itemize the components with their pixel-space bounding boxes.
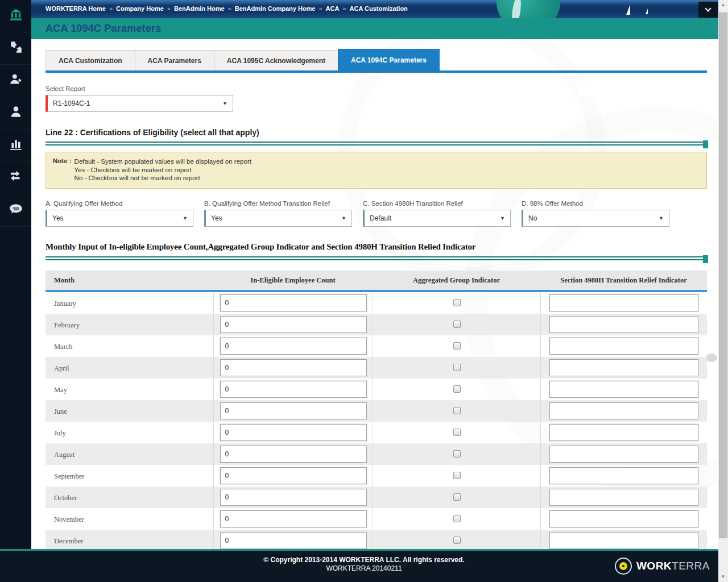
- transition-relief-input-november[interactable]: [549, 510, 698, 527]
- transition-relief-input-february[interactable]: [549, 316, 698, 333]
- cert-dropdown-d-98-offer-method[interactable]: No▼: [522, 210, 669, 227]
- table-row-august: August: [46, 443, 707, 465]
- ineligible-count-input-december[interactable]: [220, 532, 367, 549]
- note-line: Yes - Checkbox will be marked on report: [75, 166, 251, 174]
- title-band: ACA 1094C Parameters: [31, 18, 718, 39]
- aggregated-group-checkbox-january[interactable]: [453, 299, 461, 306]
- sidebar-item-transfer[interactable]: [0, 162, 31, 194]
- tab-aca-1094c-parameters[interactable]: ACA 1094C Parameters: [338, 49, 440, 70]
- aggregated-group-checkbox-august[interactable]: [453, 450, 461, 458]
- transition-relief-input-march[interactable]: [549, 338, 698, 355]
- table-row-october: October: [46, 487, 707, 508]
- table-row-july: July: [46, 422, 707, 443]
- ineligible-count-input-february[interactable]: [220, 316, 367, 333]
- aggregated-group-checkbox-may[interactable]: [453, 385, 461, 393]
- ineligible-count-input-september[interactable]: [220, 467, 367, 484]
- month-label: January: [54, 300, 76, 307]
- ineligible-count-input-march[interactable]: [220, 338, 367, 355]
- workterra-logo-icon: [615, 558, 632, 575]
- monthly-heading: Monthly Input of In-eligible Employee Co…: [46, 242, 707, 252]
- scroll-down-button[interactable]: ▼: [718, 572, 728, 581]
- ineligible-count-input-november[interactable]: [220, 510, 367, 527]
- note-box: Note : Default - System populated values…: [46, 152, 707, 189]
- splitter-handle[interactable]: [703, 255, 708, 263]
- column-header-count: In-Eligible Employee Count: [213, 276, 373, 285]
- sidebar-item-employee[interactable]: [0, 97, 31, 130]
- tab-aca-customization[interactable]: ACA Customization: [46, 50, 135, 70]
- ineligible-count-input-april[interactable]: [220, 359, 367, 376]
- scroll-up-button[interactable]: ▲: [718, 1, 728, 10]
- aggregated-group-checkbox-september[interactable]: [453, 472, 461, 479]
- cert-field-a-qualifying-offer-method: A. Qualifying Offer MethodYes▼: [46, 200, 193, 227]
- aggregated-group-checkbox-november[interactable]: [453, 515, 461, 522]
- breadcrumb-item-aca-customization[interactable]: ACA Customization: [350, 5, 408, 12]
- month-label: September: [54, 472, 84, 480]
- cert-dropdown-c-section-4980h-transition-relief[interactable]: Default▼: [363, 210, 511, 227]
- sidebar-item-reports[interactable]: [0, 130, 31, 162]
- column-header-month: Month: [46, 276, 213, 285]
- aggregated-group-checkbox-december[interactable]: [453, 537, 461, 544]
- table-row-september: September: [46, 465, 707, 487]
- aggregated-group-checkbox-june[interactable]: [453, 407, 461, 414]
- transition-relief-input-july[interactable]: [549, 424, 698, 441]
- sidebar-item-admin-user[interactable]: [0, 65, 31, 97]
- ineligible-count-input-august[interactable]: [220, 446, 367, 463]
- tab-aca-parameters[interactable]: ACA Parameters: [135, 50, 214, 70]
- breadcrumb-separator: »: [228, 5, 231, 12]
- transition-relief-input-june[interactable]: [549, 402, 698, 419]
- transition-relief-input-december[interactable]: [549, 532, 698, 549]
- cert-dropdown-a-qualifying-offer-method[interactable]: Yes▼: [46, 210, 193, 227]
- column-header-indicator: Section 4980H Transition Relief Indicato…: [540, 276, 707, 285]
- tab-aca-1095c-acknowledgement[interactable]: ACA 1095C Acknowledgement: [214, 50, 338, 70]
- breadcrumb-item-aca[interactable]: ACA: [326, 5, 340, 12]
- ineligible-count-input-july[interactable]: [220, 424, 367, 441]
- breadcrumb-item-workterra-home[interactable]: WORKTERRA Home: [46, 5, 106, 12]
- vertical-scrollbar[interactable]: ▲ ▼: [718, 0, 728, 582]
- month-label: October: [54, 494, 77, 502]
- page-title: ACA 1094C Parameters: [46, 23, 161, 35]
- transition-relief-input-august[interactable]: [549, 446, 698, 463]
- splitter-handle[interactable]: [703, 140, 708, 148]
- breadcrumb-item-company-home[interactable]: Company Home: [116, 5, 164, 12]
- ineligible-count-input-may[interactable]: [220, 381, 367, 398]
- cert-dropdown-b-qualifying-offer-method-transition-relief[interactable]: Yes▼: [204, 210, 352, 227]
- transition-relief-input-september[interactable]: [549, 467, 698, 484]
- cert-label: D. 98% Offer Method: [522, 200, 669, 207]
- transition-relief-input-may[interactable]: [549, 381, 698, 398]
- ineligible-count-input-june[interactable]: [220, 402, 367, 419]
- main-content: ACA CustomizationACA ParametersACA 1095C…: [31, 39, 718, 549]
- table-row-february: February: [46, 314, 707, 335]
- breadcrumb-item-benadmin-home[interactable]: BenAdmin Home: [174, 5, 225, 12]
- person-icon: [9, 105, 23, 122]
- month-label: August: [54, 451, 75, 459]
- aggregated-group-checkbox-february[interactable]: [453, 321, 461, 328]
- transition-relief-input-october[interactable]: [549, 489, 698, 506]
- aggregated-group-checkbox-april[interactable]: [453, 364, 461, 371]
- month-label: May: [54, 386, 67, 394]
- sidebar-item-modules[interactable]: [0, 32, 31, 65]
- aggregated-group-checkbox-july[interactable]: [453, 429, 461, 436]
- breadcrumb-separator: »: [109, 5, 113, 12]
- breadcrumb-bar: WORKTERRA Home»Company Home»BenAdmin Hom…: [31, 0, 718, 18]
- dropdown-arrow-icon: ▼: [222, 101, 228, 106]
- ineligible-count-input-october[interactable]: [220, 489, 367, 506]
- collapse-header-button[interactable]: [698, 2, 718, 18]
- month-label: April: [54, 364, 69, 372]
- scrollbar-thumb[interactable]: [719, 13, 727, 538]
- note-line: Default - System populated values will b…: [75, 157, 251, 166]
- select-report-dropdown[interactable]: R1-1094C-1 ▼: [46, 95, 233, 112]
- breadcrumb-separator: »: [167, 5, 171, 12]
- workterra-logo-text: WORKTERRA: [636, 560, 710, 572]
- aggregated-group-checkbox-october[interactable]: [453, 493, 461, 501]
- note-label: Note :: [53, 157, 72, 182]
- transition-relief-input-january[interactable]: [549, 294, 698, 311]
- breadcrumb-item-benadmin-company-home[interactable]: BenAdmin Company Home: [235, 5, 316, 12]
- ineligible-count-input-january[interactable]: [220, 294, 367, 311]
- aggregated-group-checkbox-march[interactable]: [453, 342, 461, 350]
- note-lines: Default - System populated values will b…: [75, 157, 251, 182]
- transition-relief-input-april[interactable]: [549, 359, 698, 376]
- cert-value: No: [528, 214, 537, 222]
- sidebar-item-messages[interactable]: [0, 194, 31, 227]
- sidebar-item-home[interactable]: [0, 0, 31, 32]
- month-label: February: [54, 321, 80, 329]
